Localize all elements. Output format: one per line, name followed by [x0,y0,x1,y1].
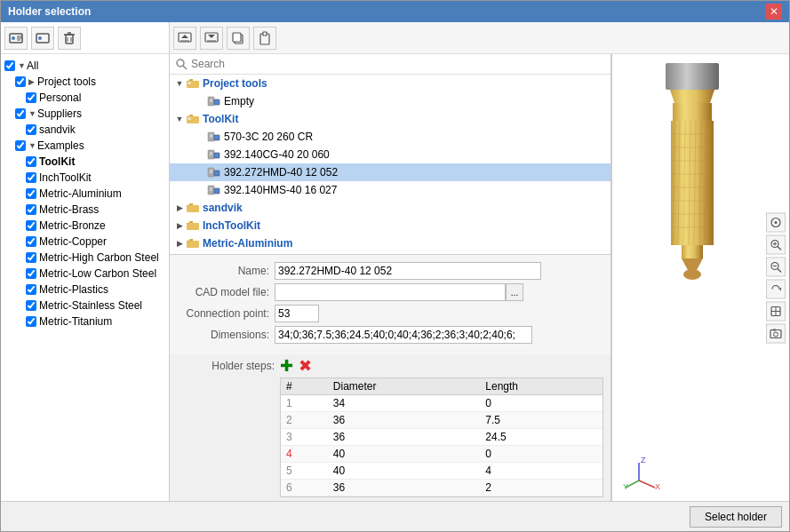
copy-button[interactable] [227,27,250,50]
tool-tree-392-272hmd[interactable]: 392.272HMD-40 12 052 [170,163,610,181]
checkbox-metric-titanium[interactable] [26,316,36,327]
tool-tree-392-140cg[interactable]: 392.140CG-40 20 060 [170,146,610,163]
tool-tree-project-tools[interactable]: ▼ Project tools [170,75,610,92]
checkbox-personal[interactable] [26,92,36,103]
tree-item-metric-copper[interactable]: Metric-Copper [1,234,169,250]
steps-table: # Diameter Length 1 34 0 2 36 7.5 3 [281,378,602,496]
tool-tree-empty[interactable]: Empty [170,92,610,110]
tool-tree-570-3c[interactable]: 570-3C 20 260 CR [170,128,610,146]
checkbox-metric-stainless[interactable] [26,300,36,311]
main-content: ▼ All ▶ Project tools Personal ▼ [1,22,789,501]
zoom-out-button[interactable] [766,257,786,276]
tree-item-metric-titanium[interactable]: Metric-Titanium [1,314,169,330]
axes-indicator: Z Y X [621,454,666,492]
svg-line-88 [778,268,781,272]
svg-marker-13 [181,35,188,38]
connection-field[interactable] [275,305,319,322]
tool-tree-toolkit[interactable]: ▼ ToolKit [170,110,610,128]
tree-item-project-tools[interactable]: ▶ Project tools [1,74,169,90]
tree-item-metric-plastics[interactable]: Metric-Plastics [1,282,169,298]
checkbox-toolkit[interactable] [26,156,36,167]
title-bar: Holder selection ✕ [1,1,789,22]
tool-tree-sandvik[interactable]: ▶ sandvik [170,199,610,217]
svg-marker-52 [670,90,714,103]
details-panel: Name: CAD model file: ... Connection poi… [170,254,610,354]
table-row[interactable]: 2 36 7.5 [281,412,602,429]
svg-point-1 [12,36,15,40]
tool-tree-392-140hms[interactable]: 392.140HMS-40 16 027 [170,181,610,199]
tool-tree: ▼ Project tools Empty ▼ [170,75,610,254]
name-field[interactable] [275,262,541,280]
svg-rect-31 [188,117,191,120]
table-row[interactable]: 6 36 2 [281,480,602,496]
paste-button[interactable] [253,27,276,50]
checkbox-all[interactable] [4,60,15,71]
svg-point-22 [177,60,184,67]
move-down-button[interactable] [200,27,223,50]
checkbox-metric-aluminium[interactable] [26,188,36,199]
tree-item-metric-brass[interactable]: Metric-Brass [1,202,169,218]
edit-button[interactable] [31,27,54,50]
add-step-button[interactable]: ✚ [280,358,293,374]
tree-item-suppliers[interactable]: ▼ Suppliers [1,106,169,122]
tree-item-personal[interactable]: Personal [1,90,169,106]
dimensions-field[interactable] [275,326,532,344]
checkbox-suppliers[interactable] [15,108,26,119]
svg-rect-43 [214,171,219,176]
row-num: 2 [281,412,328,429]
table-row[interactable]: 5 40 4 [281,463,602,480]
row-diameter: 36 [328,480,481,496]
checkbox-sandvik[interactable] [26,124,36,135]
tree-item-examples[interactable]: ▼ Examples [1,138,169,154]
svg-rect-51 [666,63,719,90]
tree-item-sandvik[interactable]: sandvik [1,122,169,138]
col-diameter: Diameter [328,378,481,395]
delete-step-button[interactable]: ✖ [299,358,312,374]
tree-item-metric-aluminium[interactable]: Metric-Aluminium [1,186,169,202]
steps-table-wrapper: # Diameter Length 1 34 0 2 36 7.5 3 [280,377,603,497]
tree-item-metric-low-carbon[interactable]: Metric-Low Carbon Steel [1,266,169,282]
zoom-in-button[interactable] [766,234,786,254]
svg-point-73 [683,269,701,280]
center-panel: ▼ Project tools Empty ▼ [170,54,611,501]
svg-rect-50 [187,241,199,248]
table-row[interactable]: 1 34 0 [281,395,602,412]
viewer-toolbar [766,212,786,343]
footer: Select holder [1,501,789,531]
table-row[interactable]: 4 40 0 [281,446,602,463]
cad-field[interactable] [275,283,506,301]
checkbox-metric-plastics[interactable] [26,284,36,295]
tree-item-metric-high-carbon[interactable]: Metric-High Carbon Steel [1,250,169,266]
checkbox-examples[interactable] [15,140,26,151]
add-library-button[interactable] [4,27,28,50]
checkbox-project-tools[interactable] [15,76,26,87]
checkbox-metric-high-carbon[interactable] [26,252,36,263]
svg-rect-35 [214,135,219,140]
checkbox-metric-bronze[interactable] [26,220,36,231]
fit-view-button[interactable] [766,212,786,232]
browse-button[interactable]: ... [506,283,523,301]
table-row[interactable]: 3 36 24.5 [281,429,602,446]
delete-button[interactable] [58,27,81,50]
connection-row: Connection point: [177,305,603,322]
checkbox-metric-low-carbon[interactable] [26,268,36,279]
tree-item-toolkit[interactable]: ToolKit [1,154,169,170]
tree-item-inchtoolkit[interactable]: InchToolKit [1,170,169,186]
move-up-button[interactable] [173,27,196,50]
screenshot-button[interactable] [766,323,786,343]
tool-tree-inchtoolkit[interactable]: ▶ InchToolKit [170,217,610,234]
select-holder-button[interactable]: Select holder [690,506,782,528]
tree-item-metric-stainless[interactable]: Metric-Stainless Steel [1,298,169,314]
tool-tree-metric-aluminium[interactable]: ▶ Metric-Aluminium [170,234,610,252]
checkbox-metric-copper[interactable] [26,236,36,247]
checkbox-inchtoolkit[interactable] [26,172,36,183]
tree-item-metric-bronze[interactable]: Metric-Bronze [1,218,169,234]
section-button[interactable] [766,301,786,321]
rotate-button[interactable] [766,279,786,298]
tree-item-all[interactable]: ▼ All [1,58,169,74]
search-input[interactable] [191,58,605,70]
row-length: 2 [480,480,602,496]
close-button[interactable]: ✕ [766,4,782,20]
svg-rect-25 [188,82,191,84]
checkbox-metric-brass[interactable] [26,204,36,215]
